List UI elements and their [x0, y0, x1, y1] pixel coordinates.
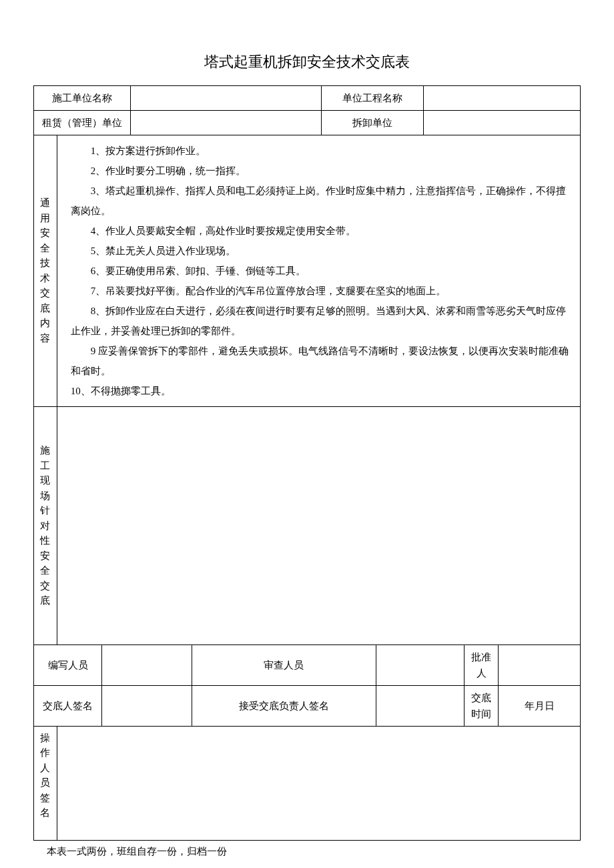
- lease-unit-value: [130, 110, 321, 135]
- construction-unit-label: 施工单位名称: [34, 85, 131, 110]
- reviewer-value: [376, 644, 465, 685]
- operator-sign-area: [57, 726, 580, 840]
- rule-10: 10、不得抛掷零工具。: [71, 381, 575, 401]
- footer-note: 本表一式两份，班组自存一份，归档一份: [33, 843, 581, 859]
- rule-3: 3、塔式起重机操作、指挥人员和电工必须持证上岗。作业时应集中精力，注意指挥信号，…: [71, 181, 575, 221]
- approval-row-1: 编写人员 审查人员 批准人: [34, 644, 581, 685]
- header-row-1: 施工单位名称 单位工程名称: [34, 85, 581, 110]
- site-specific-content: [57, 406, 580, 644]
- disassembly-unit-value: [424, 110, 581, 135]
- rule-2: 2、作业时要分工明确，统一指挥。: [71, 161, 575, 181]
- construction-unit-value: [130, 85, 321, 110]
- header-row-2: 租赁（管理）单位 拆卸单位: [34, 110, 581, 135]
- rule-8: 8、拆卸作业应在白天进行，必须在夜间进行时要有足够的照明。当遇到大风、浓雾和雨雪…: [71, 301, 575, 341]
- disclosure-time-value: 年月日: [499, 685, 581, 726]
- approval-row-2: 交底人签名 接受交底负责人签名 交底时间 年月日: [34, 685, 581, 726]
- site-specific-row: 施工现场针对性安全交底: [34, 406, 581, 644]
- general-safety-content: 1、按方案进行拆卸作业。 2、作业时要分工明确，统一指挥。 3、塔式起重机操作、…: [57, 135, 580, 406]
- operator-sign-label: 操作人员签名: [34, 726, 57, 840]
- writer-value: [102, 644, 192, 685]
- page-title: 塔式起重机拆卸安全技术交底表: [33, 50, 581, 73]
- disclosure-time-label: 交底时间: [465, 685, 499, 726]
- approver-value: [499, 644, 581, 685]
- operator-sign-row: 操作人员签名: [34, 726, 581, 840]
- receiver-sign-value: [376, 685, 465, 726]
- disassembly-unit-label: 拆卸单位: [321, 110, 423, 135]
- project-name-value: [424, 85, 581, 110]
- writer-label: 编写人员: [34, 644, 102, 685]
- approver-label: 批准人: [465, 644, 499, 685]
- general-safety-label: 通用安全技术交底内容: [34, 135, 57, 406]
- project-name-label: 单位工程名称: [321, 85, 423, 110]
- receiver-sign-label: 接受交底负责人签名: [192, 685, 376, 726]
- general-safety-row: 通用安全技术交底内容 1、按方案进行拆卸作业。 2、作业时要分工明确，统一指挥。…: [34, 135, 581, 406]
- reviewer-label: 审查人员: [192, 644, 376, 685]
- discloser-sign-label: 交底人签名: [34, 685, 102, 726]
- rule-4: 4、作业人员要戴安全帽，高处作业时要按规定使用安全带。: [71, 221, 575, 241]
- rule-5: 5、禁止无关人员进入作业现场。: [71, 241, 575, 261]
- rule-7: 7、吊装要找好平衡。配合作业的汽车吊位置停放合理，支腿要在坚实的地面上。: [71, 281, 575, 301]
- rule-1: 1、按方案进行拆卸作业。: [71, 141, 575, 161]
- form-table: 施工单位名称 单位工程名称 租赁（管理）单位 拆卸单位 通用安全技术交底内容 1…: [33, 85, 581, 841]
- lease-unit-label: 租赁（管理）单位: [34, 110, 131, 135]
- discloser-sign-value: [102, 685, 192, 726]
- rule-6: 6、要正确使用吊索、卸扣、手锤、倒链等工具。: [71, 261, 575, 281]
- rule-9: 9 应妥善保管拆下的零部件，避免丢失或损坏。电气线路信号不清晰时，要设法恢复，以…: [71, 341, 575, 381]
- site-specific-label: 施工现场针对性安全交底: [34, 406, 57, 644]
